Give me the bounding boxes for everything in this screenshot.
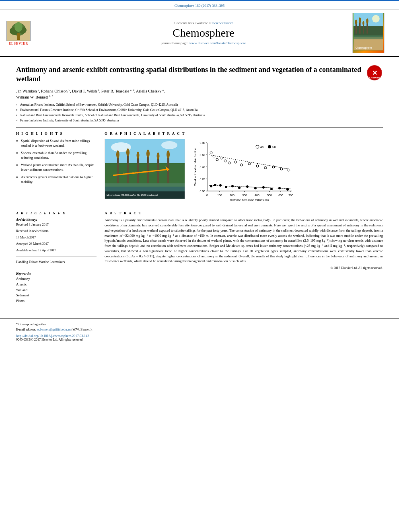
svg-point-105	[270, 188, 273, 190]
svg-point-30	[116, 150, 119, 158]
svg-text:100: 100	[217, 194, 222, 197]
svg-point-40	[167, 150, 170, 158]
journal-name: Chemosphere	[55, 27, 352, 39]
divider-2	[16, 206, 383, 206]
article-title-section: Antimony and arsenic exhibit contrasting…	[16, 65, 383, 84]
citation-text: Chemosphere 180 (2017) 388–395	[174, 4, 224, 8]
affiliation-b: b Environmental Futures Research Institu…	[16, 108, 383, 113]
corresponding-note: * Corresponding author.	[16, 322, 383, 326]
svg-point-102	[246, 185, 249, 188]
highlights-heading: H I G H L I G H T S	[16, 131, 97, 136]
journal-cover-image: Chemosphere	[352, 13, 385, 53]
svg-rect-19	[354, 35, 383, 39]
svg-rect-4	[17, 33, 20, 40]
svg-text:Distance from mine tailings (m: Distance from mine tailings (m)	[230, 199, 269, 201]
crossmark-icon: ✕ CrossMark	[367, 65, 382, 80]
svg-text:0.60: 0.60	[200, 154, 205, 156]
svg-text:Weak acid extractable fraction: Weak acid extractable fraction	[194, 148, 197, 186]
svg-point-17	[366, 18, 368, 24]
copyright-line: © 2017 Elsevier Ltd. All rights reserved…	[105, 266, 383, 270]
received-revised-date: 17 March 2017	[16, 235, 97, 240]
elsevier-wordmark: ELSEVIER	[9, 42, 28, 45]
highlight-item-2: Sb was less mobile than As under the pre…	[16, 151, 97, 160]
affiliation-a: a Australian Rivers Institute, Griffith …	[16, 103, 383, 107]
authors-line: Jan Warnken a, Rohana Ohlsson b, David T…	[16, 88, 383, 101]
elsevier-tree-icon	[6, 21, 31, 41]
svg-text:200: 200	[230, 194, 234, 197]
keywords-list: Antimony Arsenic Wetland Sediment Plants	[16, 276, 97, 304]
affiliations: a Australian Rivers Institute, Griffith …	[16, 103, 383, 123]
svg-text:0.40: 0.40	[200, 166, 205, 168]
svg-rect-31	[127, 153, 129, 183]
svg-rect-29	[117, 155, 119, 183]
svg-point-98	[219, 184, 222, 187]
svg-point-5	[14, 22, 23, 32]
highlights-graphical-section: H I G H L I G H T S Spatial dispersion o…	[16, 131, 383, 202]
svg-text:Chemosphere: Chemosphere	[356, 46, 372, 49]
affiliation-d: d Future Industries Institute, Universit…	[16, 118, 383, 123]
svg-text:300: 300	[242, 194, 247, 197]
svg-text:0.20: 0.20	[200, 178, 205, 181]
journal-cover-area: Chemosphere	[352, 13, 393, 53]
handling-editor: Handling Editor: Martine Leermakers	[16, 260, 97, 265]
main-content: Antimony and arsenic exhibit contrasting…	[0, 57, 399, 312]
available-online: Available online 12 April 2017	[16, 248, 97, 253]
svg-point-28	[161, 141, 177, 149]
keywords-divider	[16, 268, 97, 268]
received-date: Received 3 January 2017	[16, 222, 97, 227]
svg-text:600: 600	[278, 194, 283, 197]
article-info-abstract-section: A R T I C L E I N F O Article history: R…	[16, 211, 383, 304]
svg-rect-35	[147, 154, 149, 183]
svg-text:As: As	[260, 146, 264, 148]
svg-text:Mine tailings (22,000 mg/kg Sb: Mine tailings (22,000 mg/kg Sb, 2500 mg/…	[107, 194, 158, 196]
svg-point-101	[238, 187, 241, 189]
crossmark-badge[interactable]: ✕ CrossMark	[367, 65, 383, 81]
elsevier-logo: ELSEVIER	[6, 21, 31, 45]
highlight-item-1: Spatial dispersion of Sb and As from min…	[16, 139, 97, 148]
svg-text:400: 400	[255, 194, 259, 197]
svg-text:0.00: 0.00	[200, 190, 205, 193]
chart-svg: 0.00 0.20 0.40 0.60 0.80 Weak acid extra…	[189, 139, 294, 201]
graphical-abstract-content: Mine tailings (22,000 mg/kg Sb, 2500 mg/…	[105, 139, 383, 202]
abstract-col: A B S T R A C T Antimony is a priority e…	[105, 211, 383, 304]
highlight-item-4: As presents greater environmental risk d…	[16, 175, 97, 185]
keyword-5: Plants	[16, 298, 97, 304]
svg-text:Sb: Sb	[272, 146, 276, 148]
abstract-text: Antimony is a priority environmental con…	[105, 218, 383, 264]
keyword-2: Arsenic	[16, 282, 97, 288]
info-divider	[16, 256, 97, 257]
journal-homepage-link[interactable]: www.elsevier.com/locate/chemosphere	[189, 41, 246, 45]
keyword-4: Sediment	[16, 293, 97, 298]
graphical-abstract-heading: G R A P H I C A L A B S T R A C T	[105, 131, 383, 136]
highlights-list: Spatial dispersion of Sb and As from min…	[16, 139, 97, 184]
keywords-heading: Keywords:	[16, 271, 97, 275]
journal-homepage: journal homepage: www.elsevier.com/locat…	[55, 41, 352, 45]
wetland-photo: Mine tailings (22,000 mg/kg Sb, 2500 mg/…	[105, 139, 185, 199]
journal-citation: Chemosphere 180 (2017) 388–395	[0, 1, 399, 10]
svg-text:700: 700	[288, 194, 293, 197]
keyword-1: Antimony	[16, 276, 97, 282]
accepted-date: Accepted 26 March 2017	[16, 242, 97, 246]
doi-link[interactable]: http://dx.doi.org/10.1016/j.chemosphere.…	[16, 334, 383, 338]
svg-text:CrossMark: CrossMark	[369, 76, 380, 79]
article-title: Antimony and arsenic exhibit contrasting…	[16, 65, 362, 84]
highlights-col: H I G H L I G H T S Spatial dispersion o…	[16, 131, 97, 202]
author-email-link[interactable]: w.bennett@griffith.edu.au	[37, 328, 71, 331]
svg-text:0.80: 0.80	[200, 142, 205, 144]
email-line: E-mail address: w.bennett@griffith.edu.a…	[16, 328, 383, 331]
svg-point-79	[268, 145, 271, 148]
article-history-heading: Article history:	[16, 218, 97, 222]
article-info-col: A R T I C L E I N F O Article history: R…	[16, 211, 97, 304]
publisher-logo-area: ELSEVIER	[6, 21, 55, 45]
sciencedirect-link[interactable]: ScienceDirect	[212, 21, 232, 25]
sciencedirect-line: Contents lists available at ScienceDirec…	[55, 21, 352, 25]
journal-header: ELSEVIER Contents lists available at Sci…	[0, 10, 399, 57]
footer-section: * Corresponding author. E-mail address: …	[0, 318, 399, 345]
divider-1	[16, 127, 383, 127]
svg-point-11	[355, 19, 358, 25]
journal-title-area: Contents lists available at ScienceDirec…	[55, 21, 352, 45]
abstract-heading: A B S T R A C T	[105, 211, 383, 215]
graphical-abstract-col: G R A P H I C A L A B S T R A C T	[105, 131, 383, 202]
svg-text:0: 0	[206, 194, 208, 197]
svg-point-38	[157, 152, 160, 160]
